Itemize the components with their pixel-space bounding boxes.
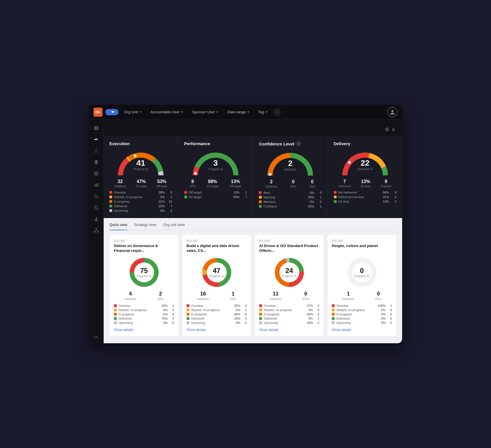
gauge-sublabel: Progress % [133,168,148,171]
pillar-legend-item: Upcoming 0% 0 [332,321,392,324]
pillar-legend-label: In progress [191,313,207,316]
pillar-legend-count: 0 [387,308,392,312]
donut-value: 47 [209,267,224,274]
settings-icon[interactable]: ⚙ [385,126,389,133]
legend-pct: 22% [158,204,165,208]
legend-dot [259,200,262,203]
gauge-info-icon[interactable]: ⓘ [296,141,301,146]
donut-center: 47 Progress % [209,267,224,278]
sidebar-item-chart[interactable] [91,134,101,145]
info-icon[interactable]: ⓘ [274,109,281,116]
tab-quick-view[interactable]: Quick view [109,223,127,230]
legend-pct: 13% [383,200,389,203]
pillar-legend-label: Started, no progress [264,308,292,312]
legend-list: Alert 0% 0 Warning 50% 1 Attention 0% 0 … [259,191,322,208]
pillar-legend-dot [332,317,335,320]
pillar-stat: 1 KPIs [230,291,236,301]
gauge-stat: 8 KPIs [190,179,196,188]
date-range-filter[interactable]: Date range ▼ [224,108,252,116]
pillar-legend-count: 0 [387,313,392,316]
sidebar-item-grid[interactable] [91,123,101,133]
pillar-legend-label: Overdue [118,304,130,307]
tab-strategy-view[interactable]: Strategy view [134,223,156,230]
pillar-legend-item: Overdue 100% 1 [332,304,392,307]
pillar-legend: Overdue 25% 1 Started, no progress 0% 0 … [114,304,174,324]
sidebar-item-search[interactable] [91,191,101,202]
pillar-card-2: PILLAR AI Driven & GO Standard Product O… [255,235,324,336]
legend-item: Upcoming 6% 2 [109,209,172,212]
legend-item: Delivered 22% 7 [109,204,172,208]
legend-item: On time 13% 2 [334,200,397,203]
svg-point-7 [96,173,97,174]
sidebar-item-target[interactable] [91,168,101,179]
sponsor-user-filter[interactable]: Sponsor User ▼ [189,108,222,116]
show-details-link[interactable]: Show details [187,328,247,332]
legend-label: On time [338,200,349,203]
sidebar-item-user[interactable] [91,214,101,224]
gauge-row: Execution 41 Progress % 32 Initiatives 4… [104,136,402,217]
pillar-legend: Overdue 25% 4 Started, no progress 6% 1 … [187,304,247,324]
pillar-legend-label: Overdue [264,304,276,307]
pillar-legend-dot [259,321,262,324]
show-details-link[interactable]: Show details [114,328,174,332]
sidebar-item-org[interactable] [91,225,101,236]
gauge-card-performance: Performance 3 Progress % 8 KPIs 88% On t… [179,136,253,217]
legend-pct: 50% [308,196,314,199]
show-details-link[interactable]: Show details [259,328,319,332]
legend-dot [184,191,187,194]
gauge-stat: 13% Off target [230,179,242,188]
legend-label: Warning [263,196,275,199]
legend-label: Delivered [114,204,127,208]
legend-count: 0 [316,191,322,194]
legend-pct: 0% [310,191,314,194]
pillar-legend-count: 2 [315,321,319,324]
legend-label: Off target [189,191,202,194]
legend-label: Delivered overdue [338,195,364,199]
legend-count: 2 [167,209,172,212]
tag-filter[interactable]: Tag ▼ [255,108,271,116]
legend-pct: 0% [310,200,314,204]
pillar-legend-pct: 0% [163,313,168,316]
legend-count: 1 [316,196,322,199]
pillar-legend: Overdue 27% 3 Started, no progress 0% 0 … [259,304,319,324]
language-label[interactable]: EN [93,334,99,340]
pillar-legend-count: 0 [387,321,392,324]
pillar-legend-pct: 0% [163,321,168,324]
strategy-selector[interactable] [105,109,118,115]
pillar-legend-pct: 0% [381,313,386,316]
pillar-legend-label: Delivered [191,317,204,320]
pillar-legend-count: 1 [315,317,319,320]
pillar-legend-pct: 75% [161,317,168,320]
legend-pct: 88% [233,195,240,199]
legend-item: In progress 41% 13 [109,200,172,203]
gauge-stat: 53% Off-track [156,179,167,188]
svg-line-3 [95,150,96,152]
pillar-legend-count: 3 [169,317,174,320]
show-details-link[interactable]: Show details [332,328,392,332]
sidebar-item-bar[interactable] [91,180,101,190]
pillar-legend-dot [187,321,189,324]
legend-dot [334,200,337,203]
gauge-container: 2 Indicators [259,149,322,177]
gauge-stat: 0 KPIs [290,179,296,188]
pillar-name: Build a digital and data driven sales, C… [187,244,247,253]
org-unit-filter[interactable]: Org Unit ▼ [121,108,145,116]
pillar-card-3: PILLAR People, culture and planet 0 Prog… [327,235,396,336]
tab-org-unit-view[interactable]: Org unit view [163,223,185,230]
pillar-stat: 1 Initiatives [342,291,354,301]
collapse-icon[interactable]: ∧ [392,126,395,133]
user-avatar[interactable] [387,107,398,117]
pillar-legend-item: In progress 0% 0 [332,313,392,316]
sidebar-item-layers[interactable] [91,157,101,167]
pillar-legend-label: Started, no progress [118,308,147,312]
legend-label: Alert [263,191,270,194]
dashboard-header: ⚙ ∧ [104,120,402,136]
pillar-legend-pct: 0% [236,321,240,324]
accountable-user-filter[interactable]: Accountable User ▼ [148,108,187,116]
svg-rect-13 [95,229,97,229]
sidebar-item-network[interactable] [91,146,101,156]
gauge-stats: 8 KPIs 88% On target 13% Off target [184,179,247,188]
pillar-legend-dot [114,313,117,316]
sidebar-item-refresh[interactable] [91,203,101,213]
legend-count: 7 [241,195,247,199]
